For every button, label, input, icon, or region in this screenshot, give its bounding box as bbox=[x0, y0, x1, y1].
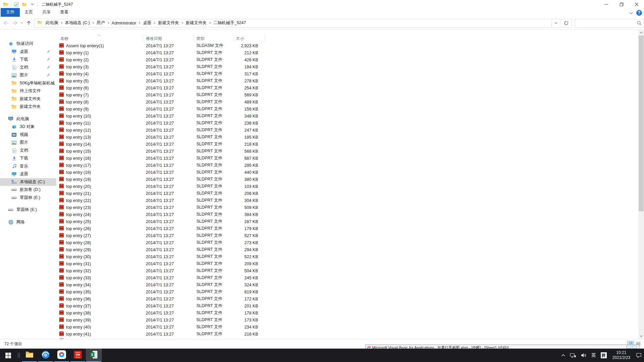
ribbon-tab-0[interactable]: 文件 bbox=[1, 8, 20, 17]
sidebar-item-1-1[interactable]: 视频 bbox=[0, 131, 56, 139]
taskbar-baidu-netdisk-button[interactable] bbox=[54, 349, 70, 362]
file-row-3[interactable]: 2015top entry (3) 2014/7/1 13:27 SLDPRT … bbox=[56, 63, 638, 70]
sidebar-item-1-5[interactable]: 音乐 bbox=[0, 162, 56, 170]
file-row-34[interactable]: 2015top entry (34) 2014/7/1 13:27 SLDPRT… bbox=[56, 281, 638, 288]
taskbar-clock[interactable]: 10:21 2021/2/23 bbox=[609, 350, 634, 360]
column-header-3[interactable]: 大小 bbox=[236, 36, 244, 42]
close-button[interactable] bbox=[629, 0, 644, 9]
taskbar-solidworks-button[interactable]: SW2015 bbox=[70, 349, 86, 362]
sidebar-item-0-4[interactable]: 50Kg单轴桁架机械 bbox=[0, 79, 56, 87]
breadcrumb-chevron-icon[interactable] bbox=[138, 21, 141, 24]
file-row-33[interactable]: 2015top entry (33) 2014/7/1 13:27 SLDPRT… bbox=[56, 274, 638, 281]
file-row-13[interactable]: 2015top entry (13) 2014/7/1 13:27 SLDPRT… bbox=[56, 134, 638, 141]
column-divider[interactable] bbox=[142, 34, 143, 42]
sidebar-item-0-3[interactable]: 图片 bbox=[0, 71, 56, 79]
file-row-32[interactable]: 2015top entry (32) 2014/7/1 13:27 SLDPRT… bbox=[56, 267, 638, 274]
vertical-scrollbar[interactable] bbox=[638, 30, 644, 339]
tray-expand-icon[interactable] bbox=[559, 349, 568, 362]
breadcrumb-segment-7[interactable]: 二轴机械手_5247 bbox=[211, 20, 248, 26]
file-row-16[interactable]: 2015top entry (16) 2014/7/1 13:27 SLDPRT… bbox=[56, 155, 638, 162]
scrollbar-thumb[interactable] bbox=[639, 35, 644, 211]
sidebar-item-1-6[interactable]: 桌面 bbox=[0, 170, 56, 178]
breadcrumb-segment-5[interactable]: 新建文件夹 bbox=[156, 20, 181, 26]
column-divider[interactable] bbox=[193, 34, 194, 42]
file-row-7[interactable]: 2015top entry (7) 2014/7/1 13:27 SLDPRT … bbox=[56, 91, 638, 98]
file-row-10[interactable]: 2015top entry (10) 2014/7/1 13:27 SLDPRT… bbox=[56, 113, 638, 120]
column-header-2[interactable]: 类型 bbox=[196, 36, 204, 42]
file-row-1[interactable]: 2015top entry (1) 2014/7/1 13:27 SLDPRT … bbox=[56, 49, 638, 56]
breadcrumb-segment-6[interactable]: 新建文件夹 bbox=[184, 20, 209, 26]
file-row-28[interactable]: 2015top entry (28) 2014/7/1 13:27 SLDPRT… bbox=[56, 239, 638, 246]
volume-icon[interactable] bbox=[578, 349, 589, 362]
ribbon-tab-1[interactable]: 主页 bbox=[20, 8, 38, 17]
column-header-0[interactable]: 名称 bbox=[60, 36, 68, 42]
search-icon[interactable] bbox=[637, 21, 642, 27]
breadcrumb-chevron-icon[interactable] bbox=[209, 21, 211, 24]
search-input[interactable] bbox=[575, 19, 644, 27]
breadcrumb-chevron-icon[interactable] bbox=[181, 21, 184, 24]
recent-locations-dropdown[interactable] bbox=[19, 19, 24, 27]
help-button[interactable]: ? bbox=[636, 10, 642, 16]
back-button[interactable] bbox=[2, 19, 10, 27]
column-divider[interactable] bbox=[265, 34, 265, 42]
sidebar-group-0[interactable]: 快速访问 bbox=[0, 40, 56, 48]
file-row-36[interactable]: 2015top entry (36) 2014/7/1 13:27 SLDPRT… bbox=[56, 295, 638, 302]
start-button[interactable] bbox=[0, 349, 16, 362]
file-row-9[interactable]: 2015top entry (9) 2014/7/1 13:27 SLDPRT … bbox=[56, 105, 638, 113]
file-row-29[interactable]: 2015top entry (29) 2014/7/1 13:27 SLDPRT… bbox=[56, 246, 638, 253]
file-row-37[interactable]: 2015top entry (37) 2014/7/1 13:27 SLDPRT… bbox=[56, 302, 638, 309]
sidebar-item-0-5[interactable]: 待上传文件 bbox=[0, 87, 56, 95]
address-dropdown-button[interactable] bbox=[551, 19, 560, 27]
sidebar-item-1-4[interactable]: 下载 bbox=[0, 154, 56, 162]
sidebar-item-0-6[interactable]: 新建文件夹 bbox=[0, 95, 56, 103]
file-row-41[interactable]: 2015top entry (41) 2014/7/1 13:27 SLDPRT… bbox=[56, 331, 638, 338]
file-row-20[interactable]: 2015top entry (20) 2014/7/1 13:27 SLDPRT… bbox=[56, 183, 638, 190]
sidebar-item-1-0[interactable]: 3D 对象 bbox=[0, 123, 56, 131]
file-row-31[interactable]: 2015top entry (31) 2014/7/1 13:27 SLDPRT… bbox=[56, 260, 638, 267]
sidebar-item-0-1[interactable]: 下载 bbox=[0, 56, 56, 64]
forward-button[interactable] bbox=[11, 19, 19, 27]
up-button[interactable] bbox=[25, 19, 33, 27]
file-row-0[interactable]: 2015Assem top entery(1) 2014/7/1 13:27 S… bbox=[56, 42, 638, 49]
file-row-5[interactable]: 2015top entry (5) 2014/7/1 13:27 SLDPRT … bbox=[56, 77, 638, 84]
file-row-4[interactable]: 2015top entry (4) 2014/7/1 13:27 SLDPRT … bbox=[56, 70, 638, 77]
file-row-40[interactable]: 2015top entry (40) 2014/7/1 13:27 SLDPRT… bbox=[56, 323, 638, 331]
column-header-1[interactable]: 修改日期 bbox=[146, 36, 162, 42]
file-row-24[interactable]: 2015top entry (24) 2014/7/1 13:27 SLDPRT… bbox=[56, 211, 638, 218]
file-row-30[interactable]: 2015top entry (30) 2014/7/1 13:27 SLDPRT… bbox=[56, 253, 638, 260]
restore-button[interactable] bbox=[614, 0, 629, 9]
sidebar-item-1-3[interactable]: 文档 bbox=[0, 147, 56, 155]
breadcrumb-chevron-icon[interactable] bbox=[153, 21, 156, 24]
file-row-19[interactable]: 2015top entry (19) 2014/7/1 13:27 SLDPRT… bbox=[56, 176, 638, 183]
new-folder-button[interactable] bbox=[21, 1, 27, 7]
sidebar-item-1-2[interactable]: 图片 bbox=[0, 139, 56, 147]
breadcrumb-segment-3[interactable]: Administrator bbox=[110, 21, 138, 25]
breadcrumb-bar[interactable]: 此电脑本地磁盘 (C:)用户Administrator桌面新建文件夹新建文件夹二… bbox=[34, 19, 572, 27]
file-row-15[interactable]: 2015top entry (15) 2014/7/1 13:27 SLDPRT… bbox=[56, 148, 638, 155]
file-row-2[interactable]: 2015top entry (2) 2014/7/1 13:27 SLDPRT … bbox=[56, 56, 638, 63]
file-row-14[interactable]: 2015top entry (14) 2014/7/1 13:27 SLDPRT… bbox=[56, 141, 638, 148]
sidebar-group-1[interactable]: 此电脑 bbox=[0, 115, 56, 123]
file-row-35[interactable]: 2015top entry (35) 2014/7/1 13:27 SLDPRT… bbox=[56, 288, 638, 295]
ribbon-tab-2[interactable]: 共享 bbox=[38, 8, 55, 17]
breadcrumb-segment-2[interactable]: 用户 bbox=[95, 20, 107, 26]
sidebar-item-0-0[interactable]: 桌面 bbox=[0, 48, 56, 56]
taskbar-excel-button[interactable]: X bbox=[86, 349, 102, 362]
scroll-up-icon[interactable] bbox=[638, 30, 644, 35]
breadcrumb-chevron-icon[interactable] bbox=[60, 21, 63, 24]
file-row-39[interactable]: 2015top entry (39) 2014/7/1 13:27 SLDPRT… bbox=[56, 316, 638, 323]
sidebar-item-1-9[interactable]: 覃国林 (E:) bbox=[0, 194, 56, 202]
file-row-8[interactable]: 2015top entry (8) 2014/7/1 13:27 SLDPRT … bbox=[56, 98, 638, 105]
vba-window-strip[interactable]: Microsoft Visual Basic for Applications … bbox=[365, 345, 639, 349]
ime-mode-badge[interactable]: 拼 bbox=[598, 349, 609, 362]
network-icon[interactable] bbox=[568, 349, 578, 362]
file-row-38[interactable]: 2015top entry (38) 2014/7/1 13:27 SLDPRT… bbox=[56, 309, 638, 316]
sidebar-item-0-7[interactable]: 新建文件夹 bbox=[0, 103, 56, 111]
file-row-26[interactable]: 2015top entry (26) 2014/7/1 13:27 SLDPRT… bbox=[56, 225, 638, 232]
breadcrumb-segment-4[interactable]: 桌面 bbox=[141, 20, 153, 26]
column-divider[interactable] bbox=[233, 34, 234, 42]
breadcrumb-chevron-icon[interactable] bbox=[92, 21, 95, 24]
scroll-down-icon[interactable] bbox=[638, 333, 644, 339]
file-row-11[interactable]: 2015top entry (11) 2014/7/1 13:27 SLDPRT… bbox=[56, 120, 638, 127]
file-row-12[interactable]: 2015top entry (12) 2014/7/1 13:27 SLDPRT… bbox=[56, 127, 638, 134]
